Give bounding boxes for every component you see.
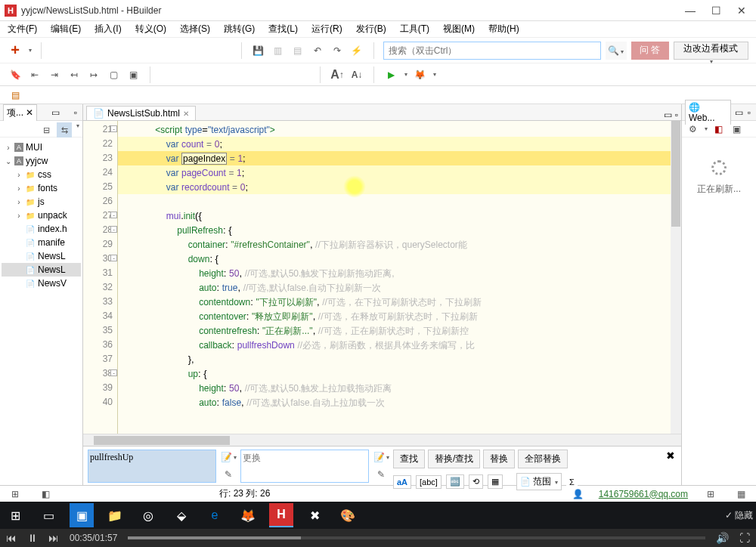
task-app-1[interactable]: ▣ — [70, 503, 94, 527]
status-icon-2[interactable]: ◧ — [38, 487, 53, 502]
opt-regex[interactable]: 🔤 — [446, 474, 464, 489]
bookmark-icon[interactable]: 🔖 — [8, 67, 23, 82]
status-icon-1[interactable]: ⊞ — [8, 487, 23, 502]
panel-menu-icon[interactable]: ▫ — [72, 107, 79, 118]
edge-icon[interactable]: e — [203, 503, 227, 527]
tree-item[interactable]: ›📁css — [2, 168, 81, 181]
stop-icon[interactable]: ◧ — [711, 122, 726, 137]
tab-close-icon[interactable]: ✕ — [183, 110, 189, 118]
qa-button[interactable]: 问 答 — [631, 42, 669, 60]
tree-item[interactable]: ›AMUI — [2, 141, 81, 154]
project-tree[interactable]: ›AMUI⌄Ayyjcw›📁css›📁fonts›📁js›📁unpack📄ind… — [0, 138, 82, 485]
find-btn[interactable]: 替换/查找 — [428, 450, 480, 468]
box2-icon[interactable]: ▣ — [125, 67, 141, 82]
find-case-icon[interactable]: ✎ — [221, 467, 236, 482]
menu-插入(I)[interactable]: 插入(I) — [91, 21, 124, 37]
task-view-icon[interactable]: ▭ — [36, 503, 60, 527]
run-icon[interactable]: ▶ — [383, 67, 398, 82]
close-button[interactable]: ✕ — [736, 5, 747, 17]
maximize-button[interactable]: ☐ — [711, 5, 721, 17]
outdent-icon[interactable]: ⇤ — [27, 67, 42, 82]
replace-edit-icon[interactable]: ✎ — [373, 467, 389, 482]
search-input[interactable] — [383, 42, 601, 60]
menu-编辑(E)[interactable]: 编辑(E) — [48, 21, 84, 37]
collapse-icon[interactable]: ⊟ — [39, 122, 54, 138]
replace-history-icon[interactable]: 📝▾ — [373, 450, 389, 465]
web-min-icon[interactable]: ▭ — [733, 107, 745, 118]
fullscreen-icon[interactable]: ⛶ — [739, 532, 750, 544]
tree-item[interactable]: 📄NewsV — [2, 277, 81, 290]
start-button[interactable]: ⊞ — [3, 503, 27, 527]
save-icon[interactable]: 💾 — [251, 43, 266, 58]
horizontal-scrollbar[interactable] — [83, 434, 681, 446]
pause-button[interactable]: ⏸ — [27, 532, 38, 544]
task-app-2[interactable]: ◎ — [136, 503, 160, 527]
bolt-icon[interactable]: ⚡ — [349, 43, 364, 58]
indent-icon[interactable]: ⇥ — [47, 67, 62, 82]
copy-icon[interactable]: ▤ — [290, 43, 305, 58]
firefox-icon[interactable]: 🦊 — [412, 67, 427, 82]
hbuilder-task-icon[interactable]: H — [269, 503, 293, 527]
menu-文件(F)[interactable]: 文件(F) — [5, 21, 40, 37]
tree-item[interactable]: ›📁js — [2, 195, 81, 209]
prev-track-button[interactable]: ⏮ — [6, 532, 17, 544]
file-explorer-icon[interactable]: 📁 — [103, 503, 127, 527]
status-icon-3[interactable]: ⊞ — [703, 487, 718, 502]
font-decrease-icon[interactable]: A↓ — [349, 67, 364, 82]
editor-tab-newslistsub[interactable]: 📄 NewsListSub.html ✕ — [86, 106, 196, 120]
reload-icon[interactable]: ▣ — [729, 122, 744, 137]
opt-scope[interactable]: 📄 范围 ▾ — [516, 473, 562, 490]
find-btn[interactable]: 查找 — [393, 450, 425, 468]
menu-跳转(G)[interactable]: 跳转(G) — [221, 21, 258, 37]
volume-icon[interactable]: 🔊 — [716, 532, 729, 544]
vertical-scrollbar[interactable] — [671, 121, 681, 434]
user-email-link[interactable]: 1416759661@qq.com — [599, 489, 688, 499]
terminal-icon[interactable]: ▤ — [8, 88, 23, 103]
menu-发行(B)[interactable]: 发行(B) — [353, 21, 389, 37]
search-button[interactable]: 🔍▾ — [606, 42, 627, 60]
redo-icon[interactable]: ↷ — [330, 43, 345, 58]
web-max-icon[interactable]: ▫ — [745, 107, 753, 118]
menu-选择(S)[interactable]: 选择(S) — [177, 21, 213, 37]
new-dropdown[interactable]: ▾ — [29, 47, 32, 54]
firefox-task-icon[interactable]: 🦊 — [236, 503, 260, 527]
find-input[interactable] — [88, 450, 216, 483]
opt-aa[interactable]: aA — [393, 475, 411, 489]
opt-sel[interactable]: ▦ — [488, 474, 503, 489]
tree-item[interactable]: 📄NewsL — [2, 263, 81, 277]
status-icon-4[interactable]: ▦ — [733, 487, 748, 502]
task-app-4[interactable]: ✖ — [302, 503, 327, 527]
menu-运行(R)[interactable]: 运行(R) — [308, 21, 345, 37]
opt-sigma[interactable]: Σ — [566, 476, 578, 488]
task-app-3[interactable]: ⬙ — [169, 503, 194, 527]
menu-查找(L)[interactable]: 查找(L) — [265, 21, 301, 37]
menu-转义(O)[interactable]: 转义(O) — [132, 21, 169, 37]
find-close-icon[interactable]: ✖ — [666, 450, 675, 462]
opt-whole[interactable]: ⟲ — [469, 474, 483, 489]
replace-input[interactable] — [240, 450, 369, 483]
find-btn[interactable]: 全部替换 — [518, 450, 568, 468]
new-button[interactable]: + — [8, 43, 23, 58]
task-app-5[interactable]: 🎨 — [336, 503, 360, 527]
find-history-icon[interactable]: 📝▾ — [221, 450, 236, 465]
tree-item[interactable]: 📄NewsL — [2, 249, 81, 263]
view-mode-button[interactable]: 边改边看模式 ▾ — [674, 42, 748, 60]
panel-min-icon[interactable]: ▭ — [49, 107, 62, 118]
media-progress[interactable] — [128, 536, 705, 539]
menu-帮助(H)[interactable]: 帮助(H) — [485, 21, 522, 37]
code-editor[interactable]: 21-222324252627-28-2930-3132333435363738… — [83, 121, 681, 434]
box-icon[interactable]: ▢ — [106, 67, 121, 82]
menu-工具(T)[interactable]: 工具(T) — [397, 21, 432, 37]
link-icon[interactable]: ⇆ — [57, 122, 72, 138]
save-all-icon[interactable]: ▥ — [271, 43, 286, 58]
opt-abc[interactable]: [abc] — [416, 475, 442, 489]
prev-icon[interactable]: ↤ — [67, 67, 82, 82]
minimize-button[interactable]: — — [685, 5, 696, 17]
project-tab[interactable]: 项... ✕ — [3, 104, 37, 121]
editor-min-icon[interactable]: ▭ — [664, 110, 672, 120]
ime-indicator[interactable]: ✓ 隐藏 — [725, 509, 753, 522]
gear-icon[interactable]: ⚙ — [685, 122, 700, 137]
next-icon[interactable]: ↦ — [86, 67, 101, 82]
tree-item[interactable]: ⌄Ayyjcw — [2, 154, 81, 168]
tree-item[interactable]: 📄manife — [2, 236, 81, 249]
